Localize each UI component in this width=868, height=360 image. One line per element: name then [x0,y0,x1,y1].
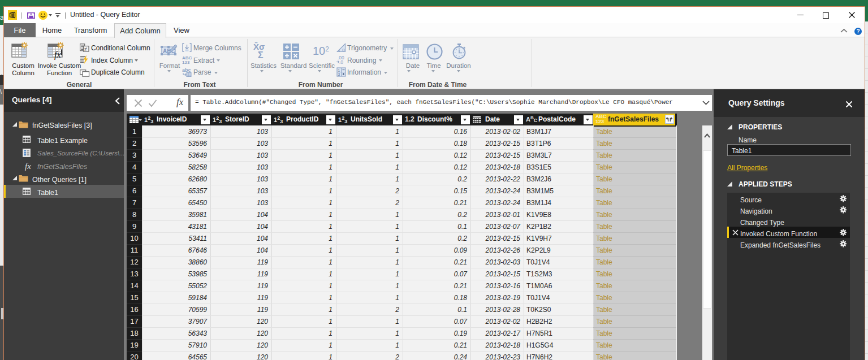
svg-text:.0: .0 [339,59,343,64]
svg-text:1: 1 [338,68,340,72]
svg-text:≠: ≠ [84,46,87,52]
svg-text:fx: fx [54,50,61,60]
svg-text:3: 3 [338,72,340,76]
svg-text:Σ: Σ [258,50,264,59]
svg-text:abc: abc [182,67,191,73]
svg-text:123: 123 [182,60,190,64]
